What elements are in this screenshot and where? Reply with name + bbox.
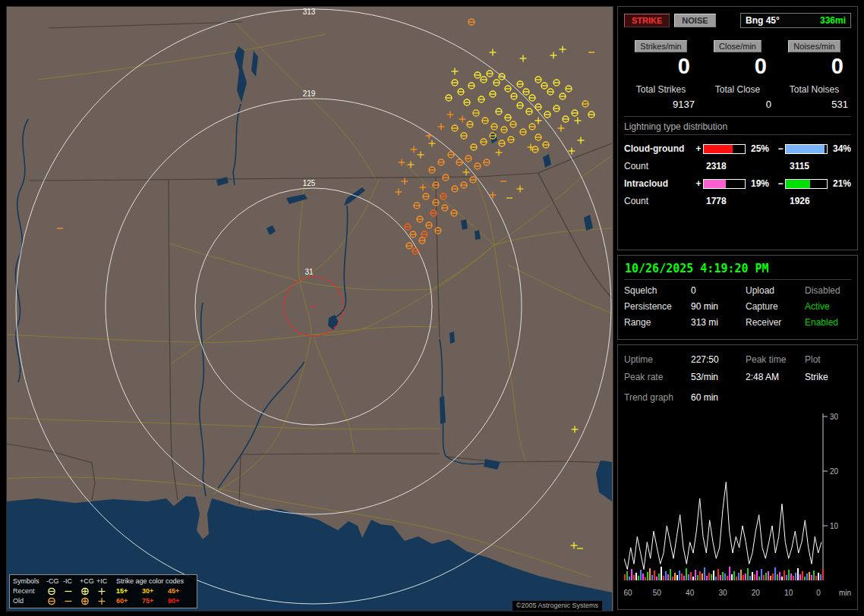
legend-symbol-column-header: -IC: [63, 577, 80, 586]
age-code: 45+: [168, 586, 194, 596]
setting-value: 90 min: [691, 301, 746, 312]
counter-label-button[interactable]: Noises/min: [788, 40, 840, 52]
counter-value: 0: [777, 55, 851, 77]
legend-symbol-column-header: -CG: [46, 577, 63, 586]
trend-graph-header: Trend graph 60 min: [624, 392, 851, 403]
trend-y-tick: 30: [830, 413, 839, 421]
setting-label: Persistence: [624, 301, 691, 312]
count-row: Count17781926: [624, 193, 851, 209]
count-label: Count: [624, 161, 694, 171]
trend-window-value: 60 min: [691, 392, 851, 403]
distribution-table: Cloud-ground+25%−34%Count23183115Intracl…: [624, 140, 851, 209]
counter-column: Noises/min0Total Noises531: [777, 40, 851, 110]
range-ring-label: 219: [303, 90, 316, 98]
d-symbol-icon: [63, 596, 80, 606]
range-ring-label: 31: [304, 268, 314, 276]
range-value: 336mi: [820, 15, 846, 26]
setting-label: Upload: [746, 285, 805, 296]
distribution-row-label: Cloud-ground: [624, 143, 694, 154]
trend-x-tick: 10: [784, 589, 793, 597]
negative-bar: [785, 144, 828, 154]
cp-symbol-icon: [80, 586, 96, 596]
trend-x-tick: 0: [816, 589, 821, 597]
counter-button-row: Noises/min: [777, 40, 851, 52]
info-value: 53/min: [691, 372, 746, 382]
app-window: 31125219313 Symbols-CG-IC+CG+ICStrike ag…: [0, 0, 864, 616]
count-row: Count23183115: [624, 158, 851, 174]
side-panel: STRIKE NOISE Bng 45° 336mi Strikes/min0T…: [617, 6, 858, 610]
distribution-row: Cloud-ground+25%−34%: [624, 140, 851, 158]
negative-count: 3115: [777, 161, 851, 171]
cm-symbol-icon: [46, 586, 63, 596]
total-label: Total Close: [701, 84, 774, 95]
info-value: 227:50: [691, 354, 746, 365]
legend-symbol-column-header: +CG: [80, 577, 96, 586]
p-symbol-icon: [96, 596, 116, 606]
counter-button-row: Strikes/min: [624, 40, 698, 52]
positive-percent: 25%: [747, 143, 776, 154]
trend-x-tick: 30: [718, 589, 727, 597]
legend-grid: Symbols-CG-IC+CG+ICStrike age color code…: [13, 577, 194, 606]
positive-bar-fill: [704, 145, 733, 153]
info-value: Strike: [805, 372, 851, 382]
info-label: Peak time: [746, 354, 805, 365]
age-code: 60+: [116, 596, 142, 606]
counter-label-button[interactable]: Close/min: [714, 40, 762, 52]
age-code: 30+: [142, 586, 168, 596]
legend-row-label: Recent: [13, 586, 46, 596]
legend-row-label: Old: [13, 596, 46, 606]
negative-percent: 21%: [829, 178, 851, 189]
cm-symbol-icon: [46, 596, 63, 606]
count-label: Count: [624, 196, 694, 206]
legend-symbols-header: Symbols: [13, 577, 46, 586]
positive-percent: 19%: [747, 178, 776, 189]
setting-value: 0: [691, 285, 746, 296]
plus-sign: +: [694, 178, 703, 189]
positive-count: 2318: [694, 161, 777, 171]
distribution-row: Intracloud+19%−21%: [624, 174, 851, 193]
map-panel[interactable]: 31125219313 Symbols-CG-IC+CG+ICStrike ag…: [6, 6, 613, 611]
trend-x-tick: 20: [752, 589, 761, 597]
total-value: 0: [701, 99, 774, 110]
info-grid: Uptime227:50Peak timePlotPeak rate53/min…: [624, 354, 851, 382]
minus-sign: −: [776, 178, 785, 189]
status-box: 10/26/2025 4:19:20 PM Squelch0UploadDisa…: [617, 255, 858, 340]
trend-x-tick: 40: [686, 589, 695, 597]
age-code: 75+: [142, 596, 168, 606]
age-code: 90+: [168, 596, 194, 606]
setting-label: Receiver: [746, 317, 805, 328]
negative-bar-fill: [786, 180, 810, 188]
distribution-row-label: Intracloud: [624, 178, 694, 189]
negative-percent: 34%: [829, 143, 851, 154]
counter-label-button[interactable]: Strikes/min: [635, 40, 686, 52]
noise-mode-button[interactable]: NOISE: [674, 14, 715, 27]
total-label: Total Noises: [777, 84, 851, 95]
trend-y-tick: 20: [830, 467, 839, 476]
setting-value: 313 mi: [691, 317, 746, 328]
datetime-display: 10/26/2025 4:19:20 PM: [624, 262, 851, 277]
trend-x-tick: 50: [653, 589, 662, 597]
trend-x-tick: 60: [624, 589, 632, 597]
setting-label: Capture: [746, 301, 805, 312]
age-code: 15+: [116, 586, 142, 596]
counter-column: Close/min0Total Close0: [701, 40, 774, 110]
info-value: 2:48 AM: [746, 372, 805, 382]
positive-count: 1778: [694, 196, 777, 206]
divider: [624, 279, 851, 280]
setting-label: Range: [624, 317, 691, 328]
range-ring-label: 313: [303, 8, 316, 16]
setting-value: Disabled: [805, 285, 851, 296]
trend-graph-label: Trend graph: [624, 392, 691, 403]
counter-value: 0: [624, 55, 698, 77]
distribution-title: Lightning type distribution: [624, 121, 851, 132]
strike-mode-button[interactable]: STRIKE: [624, 14, 670, 27]
stats-box: STRIKE NOISE Bng 45° 336mi Strikes/min0T…: [617, 6, 858, 250]
lightning-map[interactable]: 31125219313: [7, 7, 613, 611]
d-symbol-icon: [63, 586, 80, 596]
counter-button-row: Close/min: [701, 40, 774, 52]
trend-box: Uptime227:50Peak timePlotPeak rate53/min…: [617, 344, 858, 610]
plus-sign: +: [694, 143, 703, 154]
map-legend: Symbols-CG-IC+CG+ICStrike age color code…: [9, 574, 197, 608]
bearing-label: Bng 45°: [746, 15, 780, 26]
trend-x-unit: min: [839, 589, 851, 597]
